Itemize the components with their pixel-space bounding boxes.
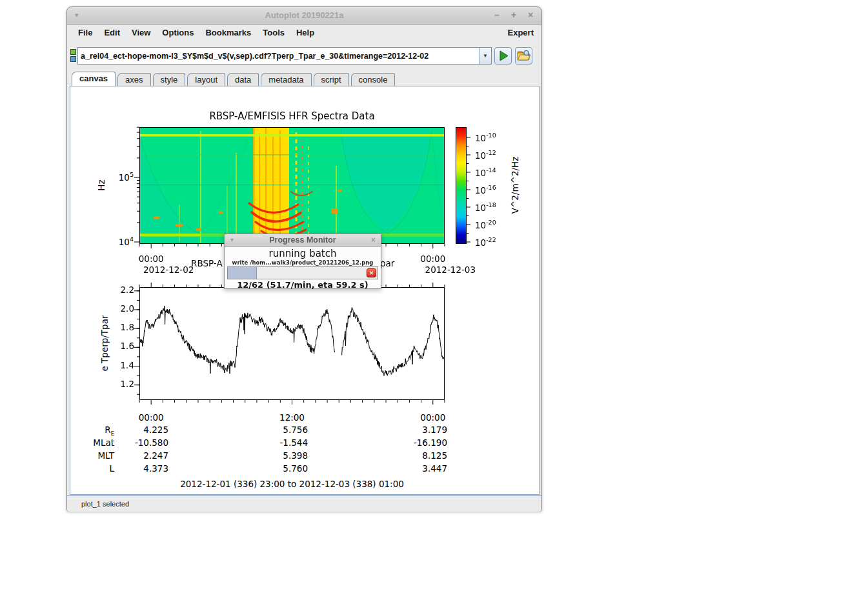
minimize-button[interactable]: –: [492, 10, 501, 20]
cancel-progress-button[interactable]: ✕: [367, 268, 376, 277]
chevron-down-icon: ▼: [483, 53, 488, 59]
table-cell: 5.760: [230, 463, 308, 474]
progress-dialog-title: Progress Monitor: [225, 235, 381, 245]
window-title: Autoplot 20190221a: [67, 10, 541, 20]
progress-dialog-titlebar[interactable]: ▾ Progress Monitor ×: [225, 234, 381, 247]
tick-label: 1.2: [99, 379, 134, 389]
table-cell: 8.125: [370, 450, 447, 461]
tick-label: 2.2: [99, 285, 134, 295]
canvas-panel: RBSP-A/EMFISIS HFR Spectra Data Hz V^2/m…: [70, 86, 540, 495]
tab-bar: canvasaxesstylelayoutdatametadatascriptc…: [72, 72, 539, 86]
tab-data[interactable]: data: [227, 73, 259, 86]
folder-search-icon: [516, 48, 532, 64]
table-cell: 3.447: [370, 463, 447, 474]
colorbar-tick-label: 10-18: [475, 201, 512, 213]
table-cell: 3.179: [370, 425, 447, 435]
menu-bookmarks[interactable]: Bookmarks: [199, 28, 257, 37]
plot-canvas[interactable]: RBSP-A/EMFISIS HFR Spectra Data Hz V^2/m…: [70, 86, 539, 494]
tick-label: 105: [97, 171, 134, 183]
play-icon: [495, 48, 511, 64]
cancel-x-icon: ✕: [369, 270, 374, 276]
colorbar-tick-label: 10-22: [475, 236, 512, 248]
uri-input[interactable]: [78, 48, 479, 64]
statusbar: plot_1 selected: [67, 495, 541, 512]
status-text: plot_1 selected: [81, 500, 129, 508]
table-cell: 5.756: [230, 425, 308, 435]
menu-edit[interactable]: Edit: [98, 28, 126, 37]
tick-label: 104: [97, 235, 134, 247]
table-cell: 4.225: [91, 425, 168, 435]
desktop: ▾ Autoplot 20190221a – + × FileEditViewO…: [0, 0, 868, 591]
table-cell: 5.398: [230, 450, 308, 461]
tab-canvas[interactable]: canvas: [72, 72, 116, 86]
plot-title: RBSP-A/EMFISIS HFR Spectra Data: [139, 110, 445, 122]
expert-mode-label[interactable]: Expert: [508, 28, 534, 37]
progress-status-label: 12/62 (51.7/min, eta 59.2 s): [225, 280, 381, 290]
table-cell: 2.247: [91, 450, 168, 461]
menu-options[interactable]: Options: [156, 28, 199, 37]
toolbar: ▼: [67, 39, 541, 72]
tick-label: 00:00: [132, 412, 170, 423]
progress-task-label: running batch: [225, 248, 381, 259]
menu-help[interactable]: Help: [290, 28, 320, 37]
menubar: FileEditViewOptionsBookmarksToolsHelp Ex…: [67, 25, 541, 39]
progress-detail-label: write /hom...walk3/product_20121206_12.p…: [225, 259, 381, 266]
progress-bar: ✕: [227, 266, 378, 279]
dialog-close-icon[interactable]: ×: [371, 235, 376, 245]
plot2-title-fragment-right: par: [380, 258, 394, 268]
tab-axes[interactable]: axes: [117, 73, 150, 86]
window-titlebar[interactable]: ▾ Autoplot 20190221a – + ×: [67, 7, 541, 25]
tab-style[interactable]: style: [153, 73, 186, 86]
table-cell: -10.580: [91, 437, 168, 448]
tick-label: 2012-12-02: [139, 265, 198, 275]
colorbar-tick-label: 10-12: [475, 149, 512, 161]
colorbar-tick-label: 10-14: [475, 166, 512, 178]
progress-bar-fill: [228, 267, 257, 279]
tick-label: 00:00: [414, 412, 452, 423]
tab-console[interactable]: console: [351, 73, 396, 86]
colorbar[interactable]: [456, 127, 467, 244]
progress-monitor-dialog[interactable]: ▾ Progress Monitor × running batch write…: [224, 234, 381, 289]
tick-label: 12:00: [273, 412, 312, 423]
table-cell: -1.544: [230, 437, 308, 448]
tick-label: 2012-12-03: [421, 265, 480, 275]
tab-metadata[interactable]: metadata: [261, 73, 311, 86]
menu-view[interactable]: View: [126, 28, 156, 37]
colorbar-tick-label: 10-20: [475, 219, 512, 230]
tick-label: 00:00: [132, 254, 170, 264]
browse-button[interactable]: [515, 47, 532, 65]
line-plot[interactable]: [139, 288, 445, 400]
datasource-indicator-icon: [70, 49, 77, 63]
tick-label: 00:00: [414, 254, 452, 264]
spectrogram-image[interactable]: [139, 127, 445, 244]
tick-label: 2.0: [99, 303, 134, 314]
colorbar-tick-label: 10-10: [475, 132, 512, 143]
menu-items: FileEditViewOptionsBookmarksToolsHelp: [72, 28, 320, 37]
menu-tools[interactable]: Tools: [257, 28, 290, 37]
time-range-footer: 2012-12-01 (336) 23:00 to 2012-12-03 (33…: [139, 479, 445, 489]
uri-combobox[interactable]: ▼: [77, 47, 492, 65]
go-button[interactable]: [494, 47, 512, 65]
maximize-button[interactable]: +: [509, 10, 518, 20]
colorbar-tick-label: 10-16: [475, 184, 512, 195]
menu-file[interactable]: File: [72, 28, 98, 37]
tick-label: 1.4: [99, 360, 134, 370]
tab-script[interactable]: script: [314, 73, 349, 86]
close-button[interactable]: ×: [526, 10, 535, 20]
table-cell: 4.373: [91, 463, 168, 474]
tick-label: 1.8: [99, 322, 134, 332]
uri-dropdown-button[interactable]: ▼: [479, 48, 491, 64]
tab-layout[interactable]: layout: [187, 73, 225, 86]
tick-label: 1.6: [99, 341, 134, 351]
table-cell: -16.190: [370, 437, 447, 448]
